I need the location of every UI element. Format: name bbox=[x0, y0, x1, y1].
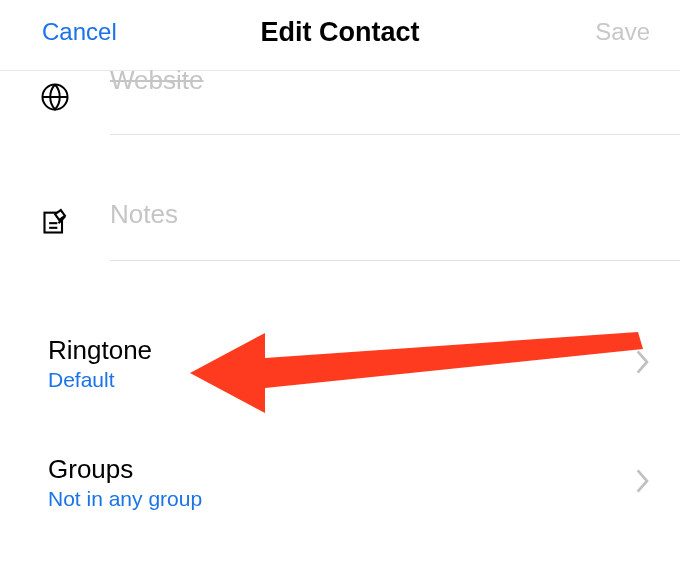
ringtone-value: Default bbox=[48, 368, 152, 392]
groups-text: Groups Not in any group bbox=[48, 454, 202, 511]
ringtone-title: Ringtone bbox=[48, 335, 152, 366]
globe-icon bbox=[40, 82, 70, 112]
website-field-row[interactable]: Website bbox=[0, 59, 680, 135]
cancel-button[interactable]: Cancel bbox=[42, 18, 117, 46]
chevron-right-icon bbox=[636, 350, 650, 378]
chevron-right-icon bbox=[636, 469, 650, 497]
ringtone-row[interactable]: Ringtone Default bbox=[0, 317, 680, 410]
notes-icon bbox=[40, 207, 70, 237]
notes-placeholder: Notes bbox=[110, 199, 178, 229]
groups-title: Groups bbox=[48, 454, 202, 485]
save-button[interactable]: Save bbox=[595, 18, 650, 46]
groups-value: Not in any group bbox=[48, 487, 202, 511]
ringtone-text: Ringtone Default bbox=[48, 335, 152, 392]
page-title: Edit Contact bbox=[261, 17, 420, 48]
notes-input-area[interactable]: Notes bbox=[110, 183, 680, 261]
website-input-area[interactable]: Website bbox=[110, 59, 680, 135]
groups-row[interactable]: Groups Not in any group bbox=[0, 436, 680, 529]
website-placeholder: Website bbox=[110, 65, 203, 95]
content-area: Website Notes Ringtone Default bbox=[0, 59, 680, 529]
notes-field-row[interactable]: Notes bbox=[0, 183, 680, 261]
